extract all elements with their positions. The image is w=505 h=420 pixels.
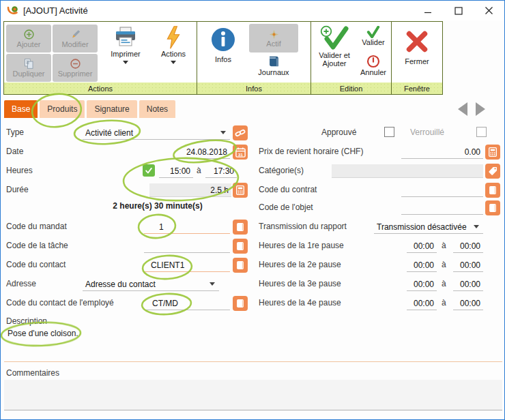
type-value: Activité client xyxy=(83,128,220,138)
heures-from-field[interactable]: 15:00 xyxy=(159,164,193,178)
lookup-page-icon xyxy=(235,298,246,309)
group-label-actions: Actions xyxy=(4,82,197,94)
maximize-button[interactable] xyxy=(443,1,474,20)
minimize-icon xyxy=(424,7,432,15)
calendar-icon: 31 xyxy=(235,147,246,158)
code-mandat-field[interactable]: 1 xyxy=(144,220,230,234)
date-value: 24.08.2018 xyxy=(186,147,227,157)
pause2-from-field[interactable]: 00:00 xyxy=(407,258,437,272)
journaux-button[interactable]: Journaux xyxy=(249,55,298,82)
code-contact-employe-lookup-button[interactable] xyxy=(233,296,248,311)
code-contrat-field[interactable] xyxy=(401,183,483,197)
copy-icon xyxy=(23,58,35,70)
fermer-button[interactable]: Fermer xyxy=(395,29,439,78)
ajouter-button: Ajouter xyxy=(6,25,51,52)
pause4-to-field[interactable]: 00:00 xyxy=(453,297,483,310)
duree-value: 2.5 h xyxy=(210,185,229,195)
duree-calculator-button[interactable] xyxy=(233,183,248,198)
tab-base[interactable]: Base xyxy=(4,100,38,118)
tab-signature[interactable]: Signature xyxy=(87,100,136,118)
pause1-from-field[interactable]: 00:00 xyxy=(407,239,437,253)
pause4-from-field[interactable]: 00:00 xyxy=(407,297,437,310)
actions-label: Actions xyxy=(161,50,186,58)
supprimer-label: Supprimer xyxy=(58,70,93,78)
heures-to-field[interactable]: 17:30 xyxy=(205,164,237,178)
pause4-to-value: 00:00 xyxy=(460,299,480,308)
pause3-separator: à xyxy=(442,279,446,288)
pencil-icon xyxy=(70,29,81,40)
valider-button[interactable]: Valider xyxy=(356,26,390,52)
pause3-to-field[interactable]: 00:00 xyxy=(453,278,483,291)
check-plus-icon xyxy=(320,25,349,51)
pause1-to-field[interactable]: 00:00 xyxy=(453,239,483,253)
code-tache-label: Code de la tâche xyxy=(6,241,68,250)
categories-tag-button[interactable] xyxy=(485,164,500,179)
modifier-label: Modifier xyxy=(61,40,88,48)
code-mandat-label: Code du mandat xyxy=(6,222,67,231)
lookup-page-icon xyxy=(235,241,246,252)
journaux-label: Journaux xyxy=(258,68,289,76)
supprimer-button: Supprimer xyxy=(53,54,98,82)
date-label: Date xyxy=(6,147,23,156)
close-button[interactable] xyxy=(474,1,504,20)
type-link-button[interactable] xyxy=(233,125,248,140)
commentaires-field[interactable] xyxy=(4,380,502,410)
code-contrat-lookup-button[interactable] xyxy=(485,183,500,198)
dupliquer-button: Dupliquer xyxy=(6,54,51,82)
pause4-separator: à xyxy=(442,298,446,308)
calculator-icon xyxy=(235,185,246,196)
heures-checkbox[interactable] xyxy=(143,164,155,177)
valider-et-ajouter-button[interactable]: Valider et Ajouter xyxy=(313,25,356,80)
toolbar-group-infos: Infos Actif Journaux Infos xyxy=(197,21,311,95)
tab-produits[interactable]: Produits xyxy=(40,100,85,118)
verrouille-label: Verrouillé xyxy=(410,127,444,137)
close-x-icon xyxy=(404,29,430,55)
transmission-select[interactable]: Transmission désactivée xyxy=(374,220,483,234)
code-contact-lookup-button[interactable] xyxy=(233,258,248,273)
code-mandat-lookup-button[interactable] xyxy=(233,220,248,235)
duree-field: 2.5 h xyxy=(149,183,231,197)
check-icon xyxy=(366,26,380,38)
pause3-from-value: 00:00 xyxy=(414,280,434,289)
type-select[interactable]: Activité client xyxy=(83,126,230,140)
date-field[interactable]: 24.08.2018 xyxy=(170,145,230,159)
annuler-label: Annuler xyxy=(360,68,386,76)
categories-field xyxy=(332,164,483,178)
book-icon xyxy=(267,55,280,68)
previous-record-icon[interactable] xyxy=(458,102,467,116)
approuve-checkbox[interactable] xyxy=(384,127,394,137)
code-objet-lookup-button[interactable] xyxy=(485,200,500,215)
infos-button[interactable]: Infos xyxy=(203,27,244,79)
annuler-button[interactable]: Annuler xyxy=(356,55,390,82)
activity-dialog-window: [AJOUT] Activité Ajouter xyxy=(0,0,505,420)
pause2-to-field[interactable]: 00:00 xyxy=(453,258,483,272)
code-contact-employe-field[interactable]: CT/MD xyxy=(144,297,230,310)
code-objet-label: Code de l'objet xyxy=(259,202,313,212)
adresse-select[interactable]: Adresse du contact xyxy=(83,278,219,291)
transmission-value: Transmission désactivée xyxy=(374,222,474,232)
code-tache-lookup-button[interactable] xyxy=(233,239,248,254)
imprimer-button[interactable]: Imprimer xyxy=(100,25,151,80)
code-contact-field[interactable]: CLIENT1 xyxy=(144,258,230,272)
toolbar: Ajouter Modifier Dupliquer xyxy=(3,21,443,95)
tab-notes[interactable]: Notes xyxy=(139,100,175,118)
minimize-button[interactable] xyxy=(412,1,443,20)
prix-revient-field[interactable]: 0.00 xyxy=(401,145,483,159)
code-objet-field[interactable] xyxy=(401,201,483,215)
actions-dropdown-caret-icon xyxy=(171,61,176,64)
info-circle-icon xyxy=(211,27,235,52)
actions-button[interactable]: Actions xyxy=(152,25,195,80)
pause4-label: Heures de la 4e pause xyxy=(259,298,341,308)
prix-revient-calculator-button[interactable] xyxy=(485,145,500,160)
chain-link-icon xyxy=(235,127,246,138)
description-text[interactable]: Pose d'une cloison. xyxy=(8,329,78,338)
verrouille-checkbox xyxy=(476,127,487,137)
date-calendar-button[interactable]: 31 xyxy=(233,145,248,160)
next-record-icon[interactable] xyxy=(476,102,485,116)
app-logo-icon xyxy=(7,5,18,16)
code-tache-field[interactable] xyxy=(144,239,230,253)
pause3-from-field[interactable]: 00:00 xyxy=(407,278,437,291)
pause1-separator: à xyxy=(442,241,446,250)
pause2-to-value: 00:00 xyxy=(460,260,480,270)
code-contact-value: CLIENT1 xyxy=(151,260,184,270)
